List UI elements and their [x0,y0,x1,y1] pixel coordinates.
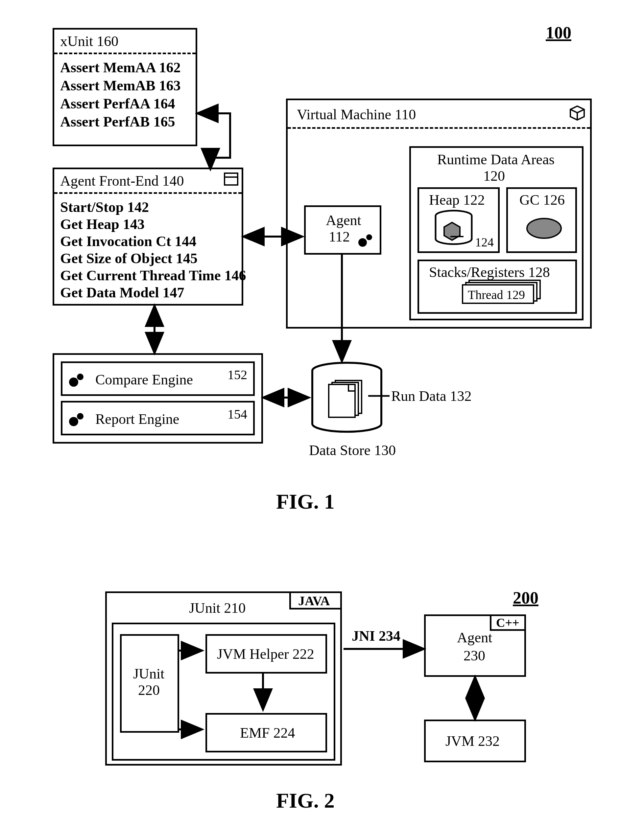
svg-point-9 [366,234,372,240]
stacks-label: Stacks/Registers 128 [429,264,550,281]
engines-box: Compare Engine 152 Report Engine 154 [53,353,263,443]
agent-box: Agent 112 [304,205,381,254]
frontend-item-0: Start/Stop 142 [60,199,149,215]
java-tag: JAVA [289,591,342,610]
vm-divider [288,127,590,129]
fig1-caption: FIG. 1 [276,490,335,514]
svg-point-2 [69,378,78,387]
emf-label: EMF 224 [240,724,295,741]
rda-box: Runtime Data Areas 120 Heap 122 124 GC 1… [409,146,583,320]
junit220-line1: JUnit [133,665,164,682]
junit220-line2: 220 [138,682,160,699]
gears-icon [67,371,87,389]
frontend-item-2: Get Invocation Ct 144 [60,233,196,250]
jvm232-label: JVM 232 [445,733,500,749]
jvm232-box: JVM 232 [424,719,526,762]
xunit-item-3: Assert PerfAB 165 [60,113,175,130]
report-engine-box: Report Engine 154 [61,401,255,435]
frontend-box: Agent Front-End 140 Start/Stop 142 Get H… [53,168,243,306]
vm-title: Virtual Machine 110 [297,106,416,123]
window-icon [224,173,238,186]
frontend-item-1: Get Heap 143 [60,216,145,232]
compare-engine-ref: 152 [228,367,247,382]
junit220-box: JUnit 220 [120,634,179,733]
fig2-ref: 200 [513,588,538,607]
agent-label-line1: Agent [322,212,365,229]
gc-box: GC 126 [506,187,577,253]
junit210-title: JUnit 210 [189,600,245,616]
junit210-inner: JUnit 220 JVM Helper 222 EMF 224 [112,623,335,761]
frontend-item-5: Get Data Model 147 [60,284,184,301]
svg-rect-0 [225,173,238,185]
svg-point-12 [527,218,561,238]
jni-label: JNI 234 [352,627,400,644]
frontend-title: Agent Front-End 140 [60,173,184,189]
fig1-ref: 100 [546,23,571,42]
svg-marker-11 [444,222,460,240]
rundata-label: Run Data 132 [391,388,471,404]
rda-title-line1: Runtime Data Areas [437,151,555,168]
jvmhelper-label: JVM Helper 222 [217,646,314,662]
cylinder-icon [432,209,475,249]
frontend-divider [54,192,242,194]
frontend-item-4: Get Current Thread Time 146 [60,267,246,284]
cpp-tag: C++ [490,615,526,631]
report-engine-ref: 154 [228,406,247,422]
xunit-box: xUnit 160 Assert MemAA 162 Assert MemAB … [53,28,197,146]
vm-box: Virtual Machine 110 Agent 112 Runtime Da… [286,98,592,329]
junit210-box: JUnit 210 JAVA JUnit 220 JVM Helper 222 … [105,591,342,766]
emf-box: EMF 224 [205,713,327,752]
report-engine-label: Report Engine [95,411,179,428]
datastore-icon [309,361,385,437]
gc-label: GC 126 [519,192,565,208]
rda-title-line2: 120 [483,168,505,184]
compare-engine-box: Compare Engine 152 [61,361,255,396]
gears-icon [67,410,87,429]
frontend-item-3: Get Size of Object 145 [60,250,198,267]
xunit-item-1: Assert MemAB 163 [60,77,181,94]
xunit-item-2: Assert PerfAA 164 [60,95,175,112]
svg-point-5 [77,413,83,420]
agent-label-line2: 112 [329,228,350,245]
stacks-box: Stacks/Registers 128 Thread 129 [417,259,577,314]
jvmhelper-box: JVM Helper 222 [205,634,327,674]
svg-point-3 [77,374,83,380]
gears-icon [357,232,375,248]
agent230-line1: Agent [457,629,492,646]
xunit-divider [54,53,195,54]
heap-label: Heap 122 [429,192,485,208]
heap-obj-ref: 124 [475,235,494,250]
agent230-box: C++ Agent 230 [424,615,526,677]
cube-icon [569,105,586,121]
datastore-label: Data Store 130 [309,442,396,459]
heap-box: Heap 122 124 [417,187,500,253]
thread-label: Thread 129 [468,287,525,302]
agent230-line2: 230 [464,647,485,664]
compare-engine-label: Compare Engine [95,371,193,388]
svg-point-4 [69,417,78,426]
xunit-item-0: Assert MemAA 162 [60,59,181,76]
java-tag-text: JAVA [298,593,330,609]
svg-point-8 [358,238,367,247]
fig2-caption: FIG. 2 [276,788,335,813]
blob-icon [524,215,564,242]
xunit-title: xUnit 160 [60,33,118,50]
cpp-tag-text: C++ [496,615,519,630]
svg-rect-16 [329,384,355,417]
